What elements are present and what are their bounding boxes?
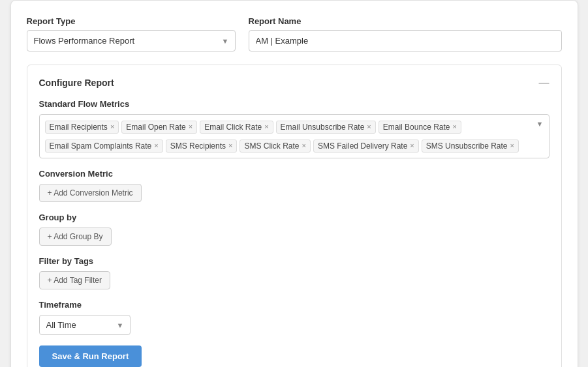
metrics-tags-container[interactable]: Email Recipients × Email Open Rate × Ema… <box>39 114 549 158</box>
configure-section: Configure Report — Standard Flow Metrics… <box>27 65 562 367</box>
tag-email-recipients: Email Recipients × <box>45 121 119 134</box>
tag-email-open-rate: Email Open Rate × <box>121 121 197 134</box>
configure-title: Configure Report <box>39 78 114 88</box>
tag-sms-click-rate: SMS Click Rate × <box>240 139 310 153</box>
tag-email-click-rate: Email Click Rate × <box>200 121 273 134</box>
tag-close-email-open-rate[interactable]: × <box>189 123 193 130</box>
report-type-label: Report Type <box>27 16 236 26</box>
standard-metrics-block: Standard Flow Metrics Email Recipients ×… <box>39 99 549 158</box>
standard-metrics-label: Standard Flow Metrics <box>39 99 549 109</box>
conversion-metric-label: Conversion Metric <box>39 169 549 179</box>
tag-sms-failed-delivery-rate: SMS Failed Delivery Rate × <box>313 139 419 153</box>
group-by-label: Group by <box>39 213 549 222</box>
tag-close-email-click-rate[interactable]: × <box>264 123 268 130</box>
add-conversion-metric-button[interactable]: + Add Conversion Metric <box>39 184 142 202</box>
timeframe-select[interactable]: All Time Last 7 Days Last 30 Days Last 9… <box>39 315 131 335</box>
timeframe-block: Timeframe All Time Last 7 Days Last 30 D… <box>39 300 549 335</box>
report-type-field: Report Type Flows Performance Report ▼ <box>27 16 236 51</box>
conversion-metric-block: Conversion Metric + Add Conversion Metri… <box>39 169 549 202</box>
top-row: Report Type Flows Performance Report ▼ R… <box>27 16 562 51</box>
add-group-by-button[interactable]: + Add Group By <box>39 228 112 246</box>
tag-close-email-spam-complaints-rate[interactable]: × <box>154 142 158 149</box>
group-by-block: Group by + Add Group By <box>39 213 549 246</box>
tag-close-sms-failed-delivery-rate[interactable]: × <box>410 142 414 149</box>
configure-header: Configure Report — <box>39 77 549 89</box>
filter-tags-label: Filter by Tags <box>39 256 549 266</box>
tag-sms-unsubscribe-rate: SMS Unsubscribe Rate × <box>422 139 519 153</box>
tag-close-sms-recipients[interactable]: × <box>228 142 232 149</box>
timeframe-select-wrapper: All Time Last 7 Days Last 30 Days Last 9… <box>39 315 131 335</box>
tag-close-email-bounce-rate[interactable]: × <box>453 123 457 130</box>
tag-email-bounce-rate: Email Bounce Rate × <box>379 121 461 134</box>
report-type-select[interactable]: Flows Performance Report <box>27 30 236 51</box>
tag-sms-recipients: SMS Recipients × <box>166 139 238 153</box>
tag-email-unsubscribe-rate: Email Unsubscribe Rate × <box>276 121 376 134</box>
tag-close-email-unsubscribe-rate[interactable]: × <box>367 123 371 130</box>
timeframe-label: Timeframe <box>39 300 549 310</box>
filter-tags-block: Filter by Tags + Add Tag Filter <box>39 256 549 289</box>
report-type-select-wrapper: Flows Performance Report ▼ <box>27 30 236 51</box>
tags-dropdown-arrow-icon[interactable]: ▼ <box>536 120 544 128</box>
save-run-report-button[interactable]: Save & Run Report <box>39 345 142 367</box>
page-wrapper: Report Type Flows Performance Report ▼ R… <box>10 0 578 367</box>
report-name-field: Report Name <box>249 16 562 51</box>
tag-email-spam-complaints-rate: Email Spam Complaints Rate × <box>45 139 163 153</box>
collapse-icon[interactable]: — <box>539 77 549 89</box>
report-name-label: Report Name <box>249 16 562 26</box>
tag-close-email-recipients[interactable]: × <box>110 123 114 130</box>
add-tag-filter-button[interactable]: + Add Tag Filter <box>39 271 111 289</box>
tag-close-sms-click-rate[interactable]: × <box>302 142 306 149</box>
tag-close-sms-unsubscribe-rate[interactable]: × <box>510 142 514 149</box>
report-name-input[interactable] <box>249 30 562 51</box>
